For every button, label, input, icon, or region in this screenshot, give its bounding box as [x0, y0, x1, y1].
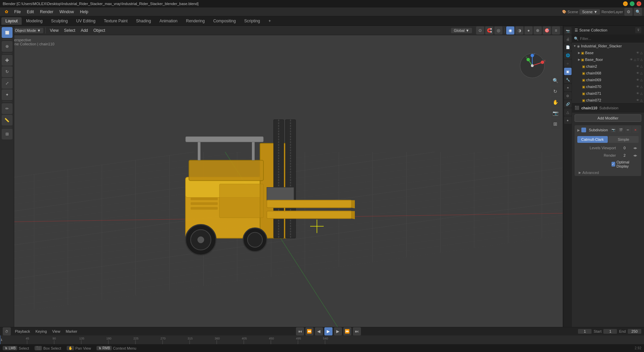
constraints-props-icon[interactable]: 🔗	[564, 100, 572, 108]
play-btn[interactable]: ▶	[324, 327, 332, 335]
mod-enable-btn[interactable]	[581, 128, 586, 132]
current-frame-input[interactable]: 1	[578, 329, 592, 334]
material-props-icon[interactable]: ●	[564, 116, 572, 124]
prev-keyframe-btn[interactable]: ⏪	[305, 327, 314, 335]
object-menu[interactable]: Object	[91, 27, 107, 34]
render-value[interactable]: 2	[619, 153, 630, 158]
tab-rendering[interactable]: Rendering	[182, 17, 209, 25]
select-menu[interactable]: Select	[62, 27, 77, 34]
blender-menu[interactable]: ✿	[2, 9, 11, 15]
modifier-expand-icon[interactable]: ▶	[577, 128, 580, 132]
file-menu[interactable]: File	[12, 9, 23, 15]
render-stepper[interactable]: ◂▸	[633, 153, 637, 158]
tab-uv-editing[interactable]: UV Editing	[72, 17, 100, 25]
help-menu[interactable]: Help	[77, 9, 91, 15]
outliner-row-chain071[interactable]: ▣ chain071 👁 △	[572, 90, 644, 97]
mod-render-btn[interactable]: 🎬	[618, 127, 624, 133]
timeline-ruler[interactable]: 1 45 90 135 180 225 270 315 360 405	[0, 335, 644, 344]
tab-modeling[interactable]: Modeling	[22, 17, 47, 25]
viewport-shading-solid[interactable]: ◉	[506, 26, 514, 35]
catmull-clark-tab[interactable]: Catmull-Clark	[577, 136, 608, 143]
marker-menu[interactable]: Marker	[64, 329, 79, 334]
transform-pivot-btn[interactable]: ◎	[494, 26, 502, 35]
outliner-row-chain069[interactable]: ▣ chain069 👁 △	[572, 76, 644, 83]
cursor-tool[interactable]: ⊕	[2, 41, 13, 52]
transform-tool[interactable]: ✦	[2, 89, 13, 100]
data-props-icon[interactable]: △	[564, 108, 572, 116]
scale-tool[interactable]: ⤢	[2, 78, 13, 89]
viewport-3d[interactable]: User Perspective (1) Scene Collection | …	[0, 35, 563, 327]
global-selector[interactable]: Global ▼	[451, 28, 472, 33]
scene-props-icon[interactable]: 🌐	[564, 51, 572, 59]
object-mode-selector[interactable]: Object Mode ▼	[12, 28, 43, 33]
proportional-edit-btn[interactable]: ⊙	[476, 26, 484, 35]
outliner-filter-btn[interactable]: ⊽	[635, 27, 641, 33]
viewport-overlays-btn[interactable]: ⊕	[534, 26, 542, 35]
render-props-icon[interactable]: 📷	[564, 27, 572, 35]
keying-menu[interactable]: Keying	[34, 329, 48, 334]
scene-selector[interactable]: Scene ▼	[579, 9, 600, 15]
annotate-tool[interactable]: ✏	[2, 103, 13, 114]
render-menu[interactable]: Render	[37, 9, 56, 15]
tab-add[interactable]: +	[264, 17, 275, 25]
next-keyframe-btn[interactable]: ⏩	[343, 327, 351, 335]
outliner-row-chain068[interactable]: ▣ chain068 👁 △	[572, 70, 644, 76]
mod-close-btn[interactable]: ✕	[632, 127, 639, 133]
camera-icon[interactable]: 📷	[551, 108, 560, 118]
view-menu-timeline[interactable]: View	[51, 329, 62, 334]
zoom-icon[interactable]: 🔍	[551, 76, 560, 85]
measure-tool[interactable]: 📏	[2, 115, 13, 126]
view-menu[interactable]: View	[48, 27, 61, 34]
viewport-shading-material[interactable]: ◑	[515, 26, 523, 35]
search-btn[interactable]: 🔍	[634, 8, 642, 16]
tab-sculpting[interactable]: Sculpting	[47, 17, 72, 25]
start-frame-input[interactable]: 1	[603, 329, 617, 334]
viewport-shading-render[interactable]: ●	[524, 26, 533, 35]
snap-btn[interactable]: 🧲	[485, 26, 493, 35]
mod-editmode-btn[interactable]: ✏	[625, 127, 631, 133]
simple-tab[interactable]: Simple	[608, 136, 639, 143]
outliner-row-base[interactable]: ▶ ▣ Base 👁 △	[572, 49, 644, 56]
window-menu[interactable]: Window	[57, 9, 77, 15]
outliner-search-input[interactable]	[580, 37, 642, 41]
view-all-icon[interactable]: ⊞	[551, 119, 560, 129]
pan-view-icon[interactable]: ✋	[551, 97, 560, 107]
edit-menu[interactable]: Edit	[24, 9, 37, 15]
tab-texture-paint[interactable]: Texture Paint	[100, 17, 132, 25]
prev-frame-btn[interactable]: ◀	[315, 327, 323, 335]
outliner-row-chain072[interactable]: ▣ chain072 👁 △	[572, 97, 644, 103]
physics-props-icon[interactable]: ⚙	[564, 92, 572, 100]
playback-menu[interactable]: Playback	[14, 329, 31, 334]
timeline-type-icon[interactable]: ⏱	[3, 327, 11, 335]
select-box-tool[interactable]: ⬜	[2, 27, 13, 38]
rotate-tool[interactable]: ↻	[2, 66, 13, 77]
view-layer-props-icon[interactable]: 📄	[564, 43, 572, 51]
jump-end-btn[interactable]: ⏭	[353, 327, 361, 335]
tab-scripting[interactable]: Scripting	[240, 17, 264, 25]
viewport-gizmos-btn[interactable]: 🎯	[543, 26, 551, 35]
tab-animation[interactable]: Animation	[155, 17, 181, 25]
rotate-view-icon[interactable]: ↻	[551, 87, 560, 96]
jump-start-btn[interactable]: ⏮	[296, 327, 304, 335]
move-tool[interactable]: ✚	[2, 55, 13, 66]
tab-layout[interactable]: Layout	[1, 17, 22, 25]
add-object-tool[interactable]: ⊞	[2, 129, 13, 139]
outliner-row-base-floor[interactable]: ▶ ▣ Base_floor 👁 △ ▽ △	[572, 56, 644, 63]
optimal-display-checkbox[interactable]: ✓	[611, 162, 615, 167]
outliner-row-chain2[interactable]: ▣ chain2 👁 △	[572, 63, 644, 70]
outliner-row-chain070[interactable]: ▣ chain070 👁 △	[572, 83, 644, 90]
particles-props-icon[interactable]: ✦	[564, 84, 572, 91]
output-props-icon[interactable]: 🖨	[564, 35, 572, 43]
render-settings-btn[interactable]: ⚙	[624, 8, 632, 16]
add-menu[interactable]: Add	[79, 27, 90, 34]
minimize-button[interactable]: ─	[623, 1, 628, 6]
options-btn[interactable]: ≡	[552, 26, 560, 35]
close-button[interactable]: ✕	[637, 1, 641, 6]
maximize-button[interactable]: □	[630, 1, 635, 6]
add-modifier-button[interactable]: Add Modifier	[575, 114, 641, 122]
tab-shading[interactable]: Shading	[132, 17, 155, 25]
levels-viewport-stepper[interactable]: ◂▸	[633, 146, 637, 150]
advanced-section[interactable]: ▶ Advanced	[575, 169, 641, 176]
gizmo-widget[interactable]: X Y Z	[519, 52, 546, 79]
tab-compositing[interactable]: Compositing	[209, 17, 240, 25]
